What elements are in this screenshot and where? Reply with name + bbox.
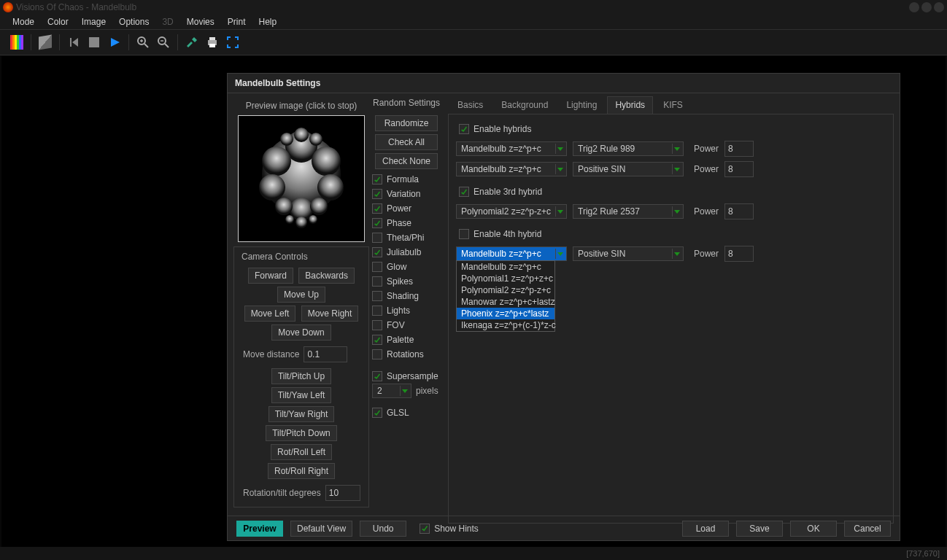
fov-checkbox[interactable]: FOV (369, 318, 444, 332)
supersample-select[interactable]: 2 (372, 384, 411, 398)
camera-controls-label: Camera Controls (236, 250, 367, 266)
cube-icon[interactable] (37, 34, 53, 50)
hybrid3-formula-select[interactable]: Polynomial2 z=z^p-z+c (456, 204, 567, 219)
titlebar: Visions Of Chaos - Mandelbulb (0, 0, 947, 15)
play-icon[interactable] (107, 34, 123, 50)
rotations-checkbox[interactable]: Rotations (369, 347, 444, 362)
cancel-button[interactable]: Cancel (844, 521, 891, 537)
palette-icon[interactable] (9, 34, 25, 50)
menu-options[interactable]: Options (114, 16, 154, 28)
skip-start-icon[interactable] (66, 34, 82, 50)
menubar: Mode Color Image Options 3D Movies Print… (0, 15, 947, 29)
menu-print[interactable]: Print (223, 16, 251, 28)
undo-button[interactable]: Undo (360, 521, 406, 537)
thetaphi-checkbox[interactable]: Theta/Phi (369, 230, 444, 245)
hybrid4-power-input[interactable] (724, 246, 754, 262)
zoom-in-icon[interactable] (135, 34, 151, 50)
fullscreen-icon[interactable] (225, 34, 241, 50)
tilt-yaw-right-button[interactable]: Tilt/Yaw Right (268, 406, 335, 422)
tab-basics[interactable]: Basics (449, 96, 491, 114)
supersample-checkbox[interactable]: Supersample (369, 369, 444, 384)
tab-lighting[interactable]: Lighting (558, 96, 605, 114)
zoom-out-icon[interactable] (155, 34, 171, 50)
hybrid4-formula-dropdown[interactable]: Mandelbulb z=z^p+c Polynomial1 z=z^p+z+c… (456, 260, 555, 332)
tilt-pitch-up-button[interactable]: Tilt/Pitch Up (271, 368, 331, 384)
dropdown-option[interactable]: Manowar z=z^p+c+lastz (457, 296, 554, 308)
close-button[interactable] (934, 2, 944, 12)
tools-icon[interactable] (184, 34, 200, 50)
tab-content-hybrids: Enable hybrids Mandelbulb z=z^p+c Trig2 … (448, 114, 894, 524)
hybrid1-variation-select[interactable]: Trig2 Rule 989 (573, 141, 684, 156)
formula-checkbox[interactable]: Formula (369, 172, 444, 187)
load-button[interactable]: Load (682, 521, 729, 537)
move-down-button[interactable]: Move Down (271, 324, 331, 341)
hybrid4-variation-select[interactable]: Positive SIN (573, 246, 684, 261)
dropdown-option[interactable]: Ikenaga z=z^p+(c-1)*z-c (457, 319, 554, 331)
default-view-button[interactable]: Default View (290, 521, 352, 537)
tab-kifs[interactable]: KIFS (655, 96, 691, 114)
hybrid2-variation-select[interactable]: Positive SIN (573, 162, 684, 176)
hybrid2-formula-select[interactable]: Mandelbulb z=z^p+c (456, 162, 567, 176)
hybrid1-power-input[interactable] (724, 141, 754, 157)
ok-button[interactable]: OK (790, 521, 837, 537)
maximize-button[interactable] (921, 2, 932, 12)
menu-help[interactable]: Help (253, 16, 282, 28)
rotation-degrees-input[interactable] (325, 485, 360, 501)
minimize-button[interactable] (909, 2, 919, 12)
preview-label: Preview image (click to stop) (233, 99, 369, 115)
variation-checkbox[interactable]: Variation (369, 187, 444, 201)
lights-checkbox[interactable]: Lights (369, 303, 444, 318)
tab-background[interactable]: Background (493, 96, 556, 114)
forward-button[interactable]: Forward (248, 268, 293, 284)
phase-checkbox[interactable]: Phase (369, 216, 444, 230)
palette-checkbox[interactable]: Palette (369, 332, 444, 347)
dropdown-option[interactable]: Polynomial1 z=z^p+z+c (457, 273, 554, 284)
check-all-button[interactable]: Check All (375, 134, 438, 150)
tilt-pitch-down-button[interactable]: Tilt/Pitch Down (266, 425, 337, 441)
tab-hybrids[interactable]: Hybrids (607, 96, 653, 114)
hybrid4-formula-select[interactable]: Mandelbulb z=z^p+c (456, 246, 567, 261)
toolbar (0, 29, 947, 55)
enable-4th-hybrid-checkbox[interactable]: Enable 4th hybrid (456, 227, 886, 241)
save-button[interactable]: Save (736, 521, 783, 537)
glow-checkbox[interactable]: Glow (369, 260, 444, 274)
svg-line-6 (165, 44, 169, 47)
move-left-button[interactable]: Move Left (244, 306, 296, 322)
tilt-yaw-left-button[interactable]: Tilt/Yaw Left (271, 387, 332, 403)
enable-3rd-hybrid-checkbox[interactable]: Enable 3rd hybrid (456, 184, 886, 199)
hybrid3-variation-select[interactable]: Trig2 Rule 2537 (573, 204, 684, 219)
randomize-button[interactable]: Randomize (375, 115, 438, 131)
check-none-button[interactable]: Check None (375, 153, 438, 169)
rot-roll-right-button[interactable]: Rot/Roll Right (268, 463, 335, 479)
show-hints-checkbox[interactable]: Show Hints (417, 521, 479, 536)
svg-point-24 (295, 217, 307, 228)
backwards-button[interactable]: Backwards (298, 268, 355, 284)
menu-movies[interactable]: Movies (182, 16, 220, 28)
enable-hybrids-checkbox[interactable]: Enable hybrids (456, 122, 886, 136)
menu-color[interactable]: Color (42, 16, 74, 28)
hybrid2-power-input[interactable] (724, 161, 754, 177)
svg-rect-9 (209, 37, 215, 40)
dialog-title: Mandelbulb Settings (228, 74, 900, 93)
menu-image[interactable]: Image (77, 16, 111, 28)
stop-icon[interactable] (86, 34, 102, 50)
dropdown-option[interactable]: Polynomial2 z=z^p-z+c (457, 284, 554, 296)
move-distance-input[interactable] (304, 346, 347, 362)
juliabulb-checkbox[interactable]: Juliabulb (369, 245, 444, 260)
printer-icon[interactable] (204, 34, 220, 50)
hybrid1-formula-select[interactable]: Mandelbulb z=z^p+c (456, 141, 567, 156)
glsl-checkbox[interactable]: GLSL (369, 405, 444, 420)
spikes-checkbox[interactable]: Spikes (369, 274, 444, 289)
preview-button[interactable]: Preview (236, 521, 283, 537)
dropdown-option[interactable]: Mandelbulb z=z^p+c (457, 261, 554, 273)
move-right-button[interactable]: Move Right (301, 306, 359, 322)
move-up-button[interactable]: Move Up (277, 287, 325, 303)
preview-image[interactable] (238, 115, 365, 242)
shading-checkbox[interactable]: Shading (369, 289, 444, 303)
dropdown-option[interactable]: Phoenix z=z^p+c*lastz (457, 308, 554, 319)
tabs: Basics Background Lighting Hybrids KIFS (448, 96, 894, 114)
power-checkbox[interactable]: Power (369, 201, 444, 216)
rot-roll-left-button[interactable]: Rot/Roll Left (271, 444, 332, 460)
menu-mode[interactable]: Mode (7, 16, 39, 28)
hybrid3-power-input[interactable] (724, 203, 754, 219)
